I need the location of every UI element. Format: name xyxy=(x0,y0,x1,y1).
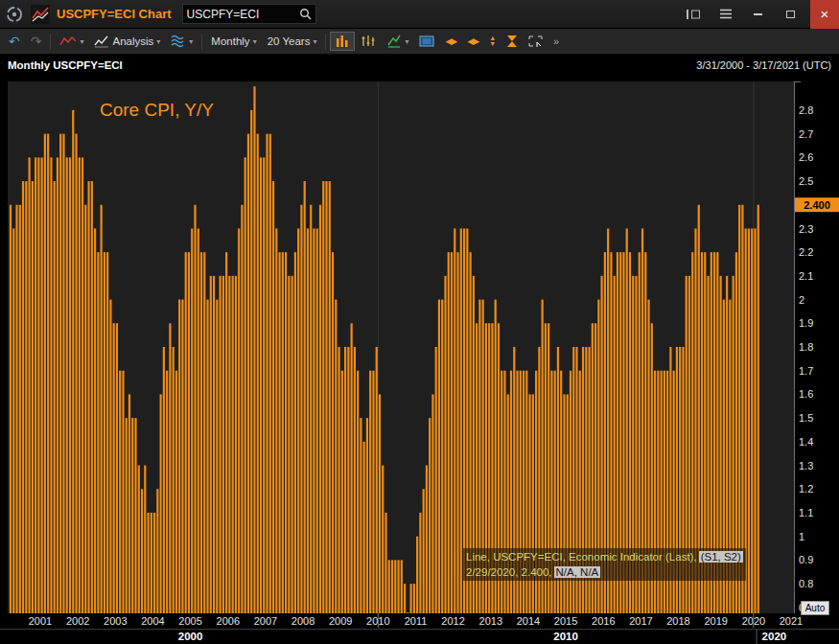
legend-line1-boxed: (S1, S2) xyxy=(699,551,743,563)
svg-text:2021: 2021 xyxy=(780,615,803,627)
svg-text:1: 1 xyxy=(799,531,804,542)
svg-text:2015: 2015 xyxy=(554,615,577,627)
close-icon: × xyxy=(821,6,829,22)
bar-chart-icon xyxy=(335,34,350,48)
toolbar-separator xyxy=(201,34,202,50)
chart-title: Monthly USCPFY=ECI xyxy=(8,59,123,71)
selection-icon xyxy=(528,35,543,48)
chart-region: 2.82.72.62.52.42.32.22.121.91.81.71.61.5… xyxy=(0,75,839,644)
svg-text:2.3: 2.3 xyxy=(799,223,813,235)
ohlc-chart-icon xyxy=(361,34,376,48)
more-icon: » xyxy=(553,35,559,47)
svg-text:1.4: 1.4 xyxy=(799,436,813,448)
down-arrow-icon: ▼ xyxy=(489,41,496,47)
minimize-icon xyxy=(754,13,762,15)
svg-text:2016: 2016 xyxy=(592,615,615,627)
back-forward-icon: ◀▶ xyxy=(445,36,456,46)
svg-text:1.3: 1.3 xyxy=(799,460,813,472)
up-down-arrows-icon: ▲ ▼ xyxy=(489,35,496,47)
svg-text:2.1: 2.1 xyxy=(799,270,813,282)
legend-line-2: 2/29/2020, 2.400,N/A, N/A xyxy=(466,564,743,580)
svg-text:2001: 2001 xyxy=(29,615,52,627)
analysis-button[interactable]: Analysis ▾ xyxy=(89,33,165,51)
svg-text:2010: 2010 xyxy=(553,631,578,642)
maximize-button[interactable] xyxy=(778,0,804,29)
svg-text:2.8: 2.8 xyxy=(799,104,813,116)
svg-text:1.2: 1.2 xyxy=(799,483,813,494)
chart-date-range: 3/31/2000 - 3/17/2021 (UTC) xyxy=(696,59,831,71)
svg-text:2.2: 2.2 xyxy=(799,246,813,258)
time-compress-button[interactable] xyxy=(501,32,523,51)
app-logo-icon xyxy=(5,5,24,24)
close-button[interactable]: × xyxy=(810,0,839,29)
svg-text:2: 2 xyxy=(799,294,804,306)
screen-icon xyxy=(419,35,434,48)
y-axis-labels[interactable]: 2.82.72.62.52.42.32.22.121.91.81.71.61.5… xyxy=(799,104,813,613)
scale-up-down-button[interactable]: ▲ ▼ xyxy=(484,33,501,50)
more-tools-button[interactable]: » xyxy=(548,33,564,50)
svg-text:2.5: 2.5 xyxy=(799,175,813,187)
line-style-button[interactable]: ▾ xyxy=(55,33,88,51)
chart-toolbar: ↶ ↷ ▾ Analysis ▾ ▾ Monthly ▾ 20 Years ▾ … xyxy=(0,29,839,55)
screen-layout-button[interactable] xyxy=(414,33,439,51)
symbol-search-input[interactable] xyxy=(187,8,299,21)
menu-icon[interactable] xyxy=(712,0,738,29)
svg-text:2.7: 2.7 xyxy=(799,128,813,140)
svg-text:2018: 2018 xyxy=(666,615,689,627)
indicator-icon xyxy=(386,34,402,48)
svg-text:1.5: 1.5 xyxy=(799,412,813,424)
svg-text:1.1: 1.1 xyxy=(799,507,813,518)
range-select[interactable]: 20 Years ▾ xyxy=(263,33,322,50)
chart-annotation: Core CPI, Y/Y xyxy=(100,100,214,121)
redo-button[interactable]: ↷ xyxy=(26,32,47,51)
indicator-button[interactable]: ▾ xyxy=(382,32,413,51)
range-label: 20 Years xyxy=(268,35,311,47)
symbol-search-box[interactable] xyxy=(182,4,316,24)
legend-line1-text: Line, USCPFY=ECI, Economic Indicator (La… xyxy=(466,551,697,563)
svg-text:2012: 2012 xyxy=(441,615,464,627)
undo-icon: ↶ xyxy=(9,34,20,48)
toolbar-separator xyxy=(50,34,51,50)
toolbar-separator xyxy=(325,34,326,50)
dock-panel-icon[interactable] xyxy=(680,0,706,29)
svg-text:2017: 2017 xyxy=(629,615,652,627)
chart-app-icon xyxy=(31,5,50,24)
minimize-button[interactable] xyxy=(745,0,771,29)
svg-text:2003: 2003 xyxy=(104,615,127,627)
svg-text:0.8: 0.8 xyxy=(799,578,813,589)
svg-text:1.6: 1.6 xyxy=(799,388,813,400)
svg-text:2002: 2002 xyxy=(66,615,89,627)
redo-icon: ↷ xyxy=(31,34,42,48)
title-bar: USCPFY=ECI Chart × xyxy=(0,0,839,29)
auto-scale-button[interactable]: Auto xyxy=(801,601,829,615)
legend-line-1: Line, USCPFY=ECI, Economic Indicator (La… xyxy=(466,549,743,564)
wave-overlay-button[interactable]: ▾ xyxy=(166,32,198,51)
bar-chart-type-button[interactable] xyxy=(330,32,355,51)
ohlc-chart-type-button[interactable] xyxy=(356,32,381,51)
legend-tooltip: Line, USCPFY=ECI, Economic Indicator (La… xyxy=(463,548,746,581)
svg-text:2006: 2006 xyxy=(217,615,240,627)
svg-text:1.8: 1.8 xyxy=(799,341,813,353)
svg-text:2005: 2005 xyxy=(178,615,201,627)
interval-select[interactable]: Monthly ▾ xyxy=(206,33,261,50)
window-title: USCPFY=ECI Chart xyxy=(57,7,172,21)
undo-button[interactable]: ↶ xyxy=(4,32,25,51)
svg-text:2007: 2007 xyxy=(254,615,277,627)
analysis-icon xyxy=(94,35,109,48)
svg-text:1.9: 1.9 xyxy=(799,317,813,329)
step-back-forward-button[interactable]: ◀▶ xyxy=(462,34,483,49)
svg-text:2.6: 2.6 xyxy=(799,151,813,163)
legend-line2-text: 2/29/2020, 2.400, xyxy=(466,566,552,578)
svg-text:2009: 2009 xyxy=(329,615,352,627)
decade-labels: 200020102020 xyxy=(178,631,786,642)
hourglass-icon xyxy=(506,34,518,48)
svg-text:2019: 2019 xyxy=(704,615,727,627)
page-back-forward-button[interactable]: ◀▶ xyxy=(440,34,461,49)
svg-text:1.7: 1.7 xyxy=(799,365,813,377)
last-value-badge-text: 2.400 xyxy=(804,199,830,211)
svg-text:2020: 2020 xyxy=(762,631,787,642)
maximize-icon xyxy=(786,11,795,18)
chevron-down-icon: ▾ xyxy=(405,37,408,46)
x-axis-labels[interactable]: 2001200220032004200520062007200820092010… xyxy=(29,615,803,627)
select-region-button[interactable] xyxy=(524,33,548,51)
